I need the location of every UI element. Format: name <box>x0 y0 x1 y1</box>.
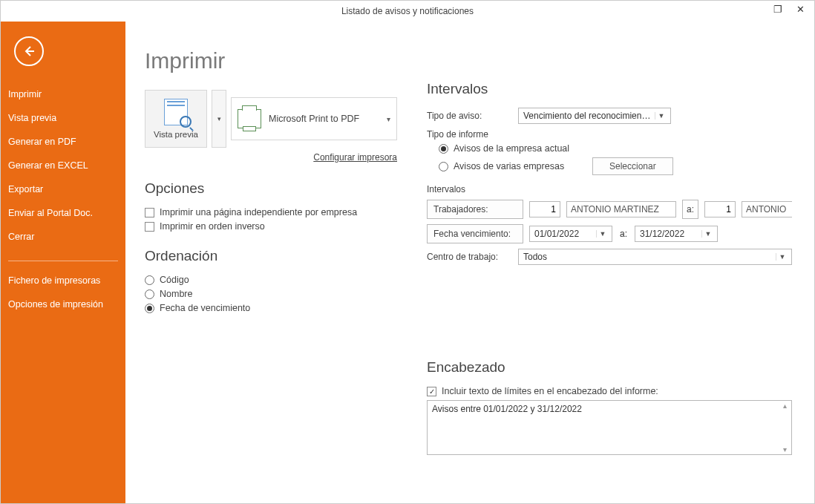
tipo-aviso-label: Tipo de aviso: <box>427 111 512 121</box>
tipo-aviso-value: Vencimiento del reconocimiento m <box>523 111 652 121</box>
scrollbar[interactable]: ▴ ▾ <box>779 402 791 454</box>
seleccionar-button[interactable]: Seleccionar <box>592 157 673 175</box>
printer-name: Microsoft Print to PDF <box>269 114 379 124</box>
printer-select[interactable]: Microsoft Print to PDF ▾ <box>231 97 397 140</box>
centro-label: Centro de trabajo: <box>427 252 512 262</box>
preview-button[interactable]: Vista previa <box>145 90 207 148</box>
tipo-aviso-row: Tipo de aviso: Vencimiento del reconocim… <box>427 108 792 124</box>
configure-printer-row: Configurar impresora <box>145 152 397 163</box>
titlebar: Listado de avisos y notificaciones ❐ ✕ <box>1 1 814 22</box>
trabajador-from-num[interactable] <box>529 201 560 217</box>
chk-inverso-label: Imprimir en orden inverso <box>160 221 265 232</box>
sidebar-item-generar-pdf[interactable]: Generar en PDF <box>1 130 125 154</box>
a-label-1: a: <box>682 200 698 219</box>
radio-varias-label: Avisos de varias empresas <box>454 161 564 171</box>
tipo-aviso-select[interactable]: Vencimiento del reconocimiento m ▼ <box>518 108 671 124</box>
close-icon[interactable]: ✕ <box>789 1 811 17</box>
sidebar-item-cerrar[interactable]: Cerrar <box>1 225 125 249</box>
centro-value: Todos <box>523 252 773 262</box>
sidebar-divider <box>8 261 118 261</box>
radio-codigo[interactable]: Código <box>145 275 397 285</box>
sidebar-item-enviar-portal[interactable]: Enviar al Portal Doc. <box>1 201 125 225</box>
body: Imprimir Vista previa Generar en PDF Gen… <box>1 22 814 503</box>
radio-nombre[interactable]: Nombre <box>145 289 397 299</box>
encabezado-textarea[interactable]: Avisos entre 01/01/2022 y 31/12/2022 ▴ ▾ <box>427 400 792 455</box>
fecha-row: Fecha vencimiento: 01/01/2022 ▼ a: 31/12… <box>427 224 792 243</box>
intervalos-heading: Intervalos <box>427 81 792 97</box>
radio-icon <box>439 162 448 171</box>
sidebar-item-opciones-impresion[interactable]: Opciones de impresión <box>1 292 125 316</box>
left-column: Imprimir Vista previa ▾ Microsoft Print … <box>145 35 397 490</box>
radio-nombre-label: Nombre <box>160 289 192 299</box>
page-title: Imprimir <box>145 48 397 73</box>
chevron-down-icon: ▼ <box>655 112 667 120</box>
chk-incluir-texto[interactable]: ✓ Incluir texto de límites en el encabez… <box>427 386 792 396</box>
ordenacion-section: Ordenación Código Nombre Fecha de vencim… <box>145 248 397 313</box>
trabajador-from-name: ANTONIO MARTINEZ JUARI <box>566 201 676 217</box>
fecha-to-value: 31/12/2022 <box>640 229 698 239</box>
trabajador-to-name: ANTONIO MARTINEZ JUARI <box>742 201 792 217</box>
sidebar-item-imprimir[interactable]: Imprimir <box>1 82 125 106</box>
preview-label: Vista previa <box>154 130 198 139</box>
radio-empresa-actual[interactable]: Avisos de la empresa actual <box>439 143 792 154</box>
centro-row: Centro de trabajo: Todos ▼ <box>427 249 792 265</box>
preview-row: Vista previa ▾ Microsoft Print to PDF ▾ <box>145 90 397 148</box>
chk-independiente-label: Imprimir una página independiente por em… <box>160 207 357 217</box>
radio-icon <box>145 289 154 299</box>
opciones-heading: Opciones <box>145 180 397 197</box>
sidebar: Imprimir Vista previa Generar en PDF Gen… <box>1 22 125 503</box>
sidebar-item-fichero-impresoras[interactable]: Fichero de impresoras <box>1 269 125 292</box>
trabajadores-button[interactable]: Trabajadores: <box>427 200 523 219</box>
preview-dropdown-button[interactable]: ▾ <box>212 90 226 148</box>
sidebar-item-exportar[interactable]: Exportar <box>1 177 125 201</box>
sidebar-item-vista-previa[interactable]: Vista previa <box>1 106 125 130</box>
chk-incluir-label: Incluir texto de límites en el encabezad… <box>442 386 658 396</box>
checkbox-icon <box>145 208 154 217</box>
radio-icon <box>145 304 154 313</box>
radio-icon <box>439 144 448 154</box>
content: Imprimir Vista previa ▾ Microsoft Print … <box>125 22 814 503</box>
chevron-down-icon: ▼ <box>701 230 714 238</box>
window-title: Listado de avisos y notificaciones <box>341 6 474 16</box>
encabezado-text: Avisos entre 01/01/2022 y 31/12/2022 <box>432 404 582 414</box>
printer-icon <box>238 109 261 128</box>
fecha-from-select[interactable]: 01/01/2022 ▼ <box>529 226 612 242</box>
centro-select[interactable]: Todos ▼ <box>518 249 792 265</box>
radio-varias-empresas[interactable]: Avisos de varias empresas <box>439 161 587 171</box>
chevron-down-icon: ▼ <box>776 253 788 261</box>
ordenacion-heading: Ordenación <box>145 248 397 264</box>
chk-inverso-row[interactable]: Imprimir en orden inverso <box>145 221 397 232</box>
chk-independiente-row[interactable]: Imprimir una página independiente por em… <box>145 207 397 217</box>
app-window: Listado de avisos y notificaciones ❐ ✕ I… <box>0 0 815 504</box>
arrow-left-icon <box>22 45 36 58</box>
radio-fecha-label: Fecha de vencimiento <box>160 303 250 313</box>
fecha-from-value: 01/01/2022 <box>534 229 593 239</box>
window-controls: ❐ ✕ <box>767 1 811 17</box>
checkbox-checked-icon: ✓ <box>427 387 436 396</box>
radio-varias-empresas-row: Avisos de varias empresas Seleccionar <box>439 157 792 175</box>
configure-printer-link[interactable]: Configurar impresora <box>313 152 397 163</box>
checkbox-icon <box>145 222 154 232</box>
fecha-to-select[interactable]: 31/12/2022 ▼ <box>635 226 718 242</box>
trabajadores-row: Trabajadores: ANTONIO MARTINEZ JUARI a: … <box>427 200 792 219</box>
back-button[interactable] <box>14 36 44 66</box>
trabajador-to-num[interactable] <box>704 201 736 217</box>
document-preview-icon <box>164 99 188 125</box>
intervalos-sub-heading: Intervalos <box>427 184 792 194</box>
fecha-vencimiento-button[interactable]: Fecha vencimiento: <box>427 224 523 243</box>
radio-fecha[interactable]: Fecha de vencimiento <box>145 303 397 313</box>
maximize-icon[interactable]: ❐ <box>767 1 789 17</box>
right-column: Intervalos Tipo de aviso: Vencimiento de… <box>427 35 792 490</box>
radio-codigo-label: Código <box>160 275 189 285</box>
scroll-up-icon: ▴ <box>783 402 787 410</box>
chevron-down-icon: ▼ <box>596 230 609 238</box>
tipo-informe-label: Tipo de informe <box>427 129 792 140</box>
radio-icon <box>145 275 154 285</box>
scroll-down-icon: ▾ <box>783 445 787 454</box>
sidebar-item-generar-excel[interactable]: Generar en EXCEL <box>1 154 125 177</box>
encabezado-heading: Encabezado <box>427 359 792 376</box>
radio-empresa-actual-label: Avisos de la empresa actual <box>454 143 569 154</box>
a-label-2: a: <box>618 229 629 239</box>
chevron-down-icon: ▾ <box>217 115 221 122</box>
chevron-down-icon: ▾ <box>387 115 390 123</box>
